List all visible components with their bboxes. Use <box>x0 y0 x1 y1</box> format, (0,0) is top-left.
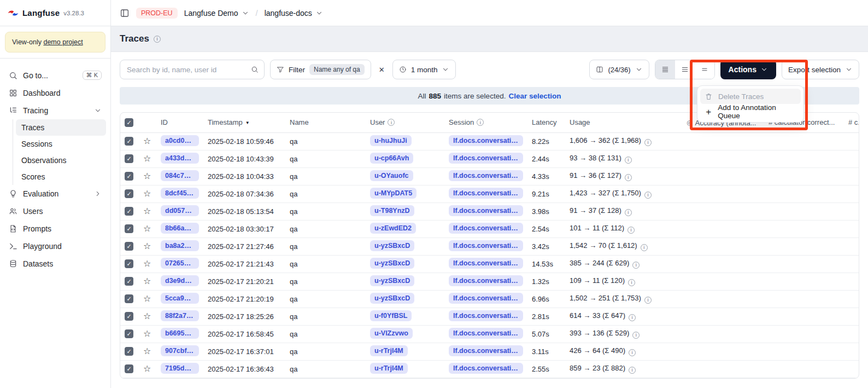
header-session[interactable]: Sessioni <box>444 113 527 132</box>
info-icon[interactable]: i <box>629 367 636 374</box>
trace-id-badge[interactable]: a0cd0d9... <box>161 135 199 146</box>
user-badge[interactable]: u-VIZzvwo <box>370 328 413 339</box>
trace-id-badge[interactable]: a433de51... <box>161 153 199 164</box>
star-icon[interactable]: ☆ <box>143 329 151 338</box>
info-icon[interactable]: i <box>644 297 652 304</box>
session-badge[interactable]: lf.docs.conversation... <box>449 135 523 146</box>
sidebar-item-goto[interactable]: Go to... ⌘ K <box>4 66 106 84</box>
columns-button[interactable]: (24/36) <box>589 60 649 79</box>
trace-id-badge[interactable]: 907cbf6e... <box>161 345 199 356</box>
row-height-medium-button[interactable] <box>675 60 695 79</box>
star-icon[interactable]: ☆ <box>143 171 151 181</box>
user-badge[interactable]: u-yzSBxcD <box>370 293 414 304</box>
table-row[interactable]: ✓ ☆ b669529... 2025-02-17 16:58:45 qa u-… <box>120 325 859 343</box>
sidebar-item-prompts[interactable]: Prompts <box>4 220 106 238</box>
trace-id-badge[interactable]: b669529... <box>161 328 199 339</box>
trace-id-badge[interactable]: ba8a208f... <box>161 240 199 251</box>
filter-button[interactable]: Filter Name any of qa <box>270 60 371 79</box>
org-selector[interactable]: Langfuse Demo <box>184 9 249 18</box>
sidebar-item-evaluation[interactable]: Evaluation <box>4 185 106 202</box>
trace-id-badge[interactable]: 88f2a7b0... <box>161 310 199 321</box>
session-badge[interactable]: lf.docs.conversation... <box>449 258 523 269</box>
search-icon[interactable] <box>251 66 259 73</box>
sidebar-item-datasets[interactable]: Datasets <box>4 255 106 273</box>
row-height-small-button[interactable] <box>655 60 675 79</box>
session-badge[interactable]: lf.docs.conversation... <box>449 223 523 234</box>
sidebar-item-users[interactable]: Users <box>4 202 106 220</box>
user-badge[interactable]: u-rTrjI4M <box>370 363 408 374</box>
row-checkbox[interactable]: ✓ <box>125 329 133 338</box>
star-icon[interactable]: ☆ <box>143 154 151 163</box>
user-badge[interactable]: u-yzSBxcD <box>370 240 414 251</box>
info-icon[interactable]: i <box>644 192 652 199</box>
row-checkbox[interactable]: ✓ <box>125 189 133 198</box>
session-badge[interactable]: lf.docs.conversation... <box>449 310 523 321</box>
star-icon[interactable]: ☆ <box>143 346 151 356</box>
header-latency[interactable]: Latency <box>527 113 565 132</box>
table-row[interactable]: ✓ ☆ 7195d78e... 2025-02-17 16:36:43 qa u… <box>120 360 859 378</box>
user-badge[interactable]: u-f0YfBSL <box>370 310 412 321</box>
star-icon[interactable]: ☆ <box>143 206 151 216</box>
table-row[interactable]: ✓ ☆ 084c739... 2025-02-18 10:04:33 qa u-… <box>120 167 859 185</box>
trace-id-badge[interactable]: 084c739... <box>161 170 199 181</box>
table-row[interactable]: ✓ ☆ 8dcf4574... 2025-02-18 07:34:36 qa u… <box>120 185 859 202</box>
session-badge[interactable]: lf.docs.conversation... <box>449 170 523 181</box>
search-input[interactable] <box>126 65 247 74</box>
project-selector[interactable]: langfuse-docs <box>265 9 323 18</box>
user-badge[interactable]: u-huJhuJi <box>370 135 412 146</box>
sidebar-item-scores[interactable]: Scores <box>16 169 106 185</box>
table-row[interactable]: ✓ ☆ dd05753... 2025-02-18 05:13:54 qa u-… <box>120 202 859 220</box>
user-badge[interactable]: u-zEwdED2 <box>370 223 416 234</box>
info-icon[interactable]: i <box>627 227 635 234</box>
header-id[interactable]: ID <box>156 113 203 132</box>
info-icon[interactable]: i <box>641 244 648 251</box>
export-selection-button[interactable]: Export selection <box>782 60 859 79</box>
sidebar-item-tracing[interactable]: Tracing <box>4 102 106 119</box>
clear-selection-link[interactable]: Clear selection <box>508 92 561 100</box>
trace-id-badge[interactable]: 7195d78e... <box>161 363 199 374</box>
info-icon[interactable]: i <box>625 209 632 216</box>
info-icon[interactable]: i <box>629 314 636 321</box>
actions-button[interactable]: Actions <box>720 60 776 79</box>
session-badge[interactable]: lf.docs.conversation... <box>449 363 523 374</box>
user-badge[interactable]: u-yzSBxcD <box>370 258 414 269</box>
row-checkbox[interactable]: ✓ <box>125 154 133 163</box>
user-badge[interactable]: u-MYpDAT5 <box>370 188 417 199</box>
info-icon[interactable]: i <box>625 174 632 181</box>
star-icon[interactable]: ☆ <box>143 294 151 303</box>
star-icon[interactable]: ☆ <box>143 311 151 321</box>
session-badge[interactable]: lf.docs.conversation... <box>449 328 523 339</box>
row-checkbox[interactable]: ✓ <box>125 312 133 321</box>
select-all-checkbox[interactable]: ✓ <box>125 118 133 127</box>
row-checkbox[interactable]: ✓ <box>125 294 133 303</box>
trace-id-badge[interactable]: d3e9d1f2... <box>161 275 199 286</box>
row-checkbox[interactable]: ✓ <box>125 364 133 373</box>
info-icon[interactable]: i <box>625 157 632 164</box>
star-icon[interactable]: ☆ <box>143 259 151 268</box>
star-icon[interactable]: ☆ <box>143 189 151 198</box>
session-badge[interactable]: lf.docs.conversation... <box>449 205 523 216</box>
table-row[interactable]: ✓ ☆ a433de51... 2025-02-18 10:43:39 qa u… <box>120 150 859 167</box>
info-icon[interactable]: i <box>629 349 636 356</box>
header-timestamp[interactable]: Timestamp▼ <box>203 113 285 132</box>
clear-filter-button[interactable]: ✕ <box>377 63 387 76</box>
sidebar-item-dashboard[interactable]: Dashboard <box>4 84 106 102</box>
row-checkbox[interactable]: ✓ <box>125 347 133 356</box>
table-row[interactable]: ✓ ☆ 5cca9cf2... 2025-02-17 21:20:19 qa u… <box>120 290 859 308</box>
user-badge[interactable]: u-rTrjI4M <box>370 345 408 356</box>
info-icon[interactable]: i <box>644 139 652 146</box>
session-badge[interactable]: lf.docs.conversation... <box>449 240 523 251</box>
trace-id-badge[interactable]: 8dcf4574... <box>161 188 199 199</box>
session-badge[interactable]: lf.docs.conversation... <box>449 153 523 164</box>
row-checkbox[interactable]: ✓ <box>125 259 133 268</box>
sidebar-item-observations[interactable]: Observations <box>16 152 106 169</box>
header-name[interactable]: Name <box>285 113 366 132</box>
info-icon[interactable]: i <box>632 332 640 339</box>
table-row[interactable]: ✓ ☆ 907cbf6e... 2025-02-17 16:37:01 qa u… <box>120 343 859 360</box>
table-row[interactable]: ✓ ☆ 88f2a7b0... 2025-02-17 18:25:26 qa u… <box>120 308 859 325</box>
user-badge[interactable]: u-OYauofc <box>370 170 413 181</box>
row-checkbox[interactable]: ✓ <box>125 137 133 146</box>
sidebar-item-playground[interactable]: Playground <box>4 238 106 255</box>
time-range-button[interactable]: 1 month <box>392 60 456 79</box>
sidebar-item-sessions[interactable]: Sessions <box>16 136 106 152</box>
